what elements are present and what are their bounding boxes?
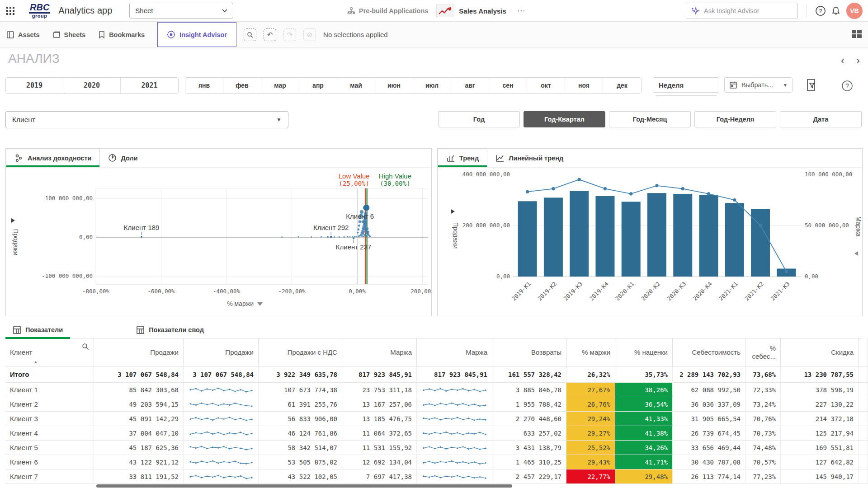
cell-cost[interactable]: 30 430 787,08 — [673, 455, 745, 469]
redo-selection-icon[interactable]: ↷ — [283, 28, 296, 41]
cell-sales_vat[interactable]: 46 124 761,86 — [259, 426, 342, 441]
cell-cost_pct[interactable]: 73,24% — [745, 397, 781, 412]
table-row-5[interactable]: Клиент 545 187 625,3658 342 514,0711 531… — [5, 441, 863, 455]
sheet-layout-grid-icon[interactable] — [851, 28, 863, 42]
cell-returns[interactable]: 3 431 138,79 — [492, 441, 566, 455]
cell-returns[interactable]: 2 457 229,17 — [492, 469, 566, 484]
week-filter-listbox[interactable]: Неделя — [653, 77, 719, 93]
tab-trend[interactable]: Тренд — [438, 149, 487, 167]
trend-combo-chart[interactable]: 400 000 000,00200 000 000,000,00100 000 … — [438, 168, 862, 316]
cell-discount[interactable]: 169 551,81 — [781, 441, 859, 455]
next-sheet-button[interactable]: › — [856, 55, 860, 66]
app-grid-menu-icon[interactable] — [0, 0, 21, 22]
help-icon[interactable]: ? — [813, 3, 828, 19]
sheet-selector[interactable]: Sheet — [129, 3, 233, 19]
cell-markup_pct[interactable]: 34,26% — [615, 441, 673, 455]
cell-client[interactable]: Клиент 7 — [5, 469, 94, 484]
cell-markup_pct[interactable]: 41,38% — [615, 426, 673, 441]
filter-pane-icon[interactable] — [806, 79, 816, 93]
cell-returns[interactable]: 1 465 310,25 — [492, 455, 566, 469]
cell-sales[interactable]: 49 203 594,15 — [94, 397, 184, 412]
cell-client[interactable]: Клиент 1 — [5, 383, 94, 397]
column-header-margin_pct[interactable]: % маржи — [566, 338, 615, 366]
cell-margin[interactable]: 23 753 311,18 — [342, 383, 417, 397]
column-header-sales_spark[interactable]: Продажи — [184, 338, 259, 366]
cell-markup_pct[interactable]: 41,71% — [615, 455, 673, 469]
tab-profit-analysis[interactable]: Анализ доходности — [6, 149, 100, 167]
cell-margin_spark[interactable] — [417, 469, 492, 484]
cell-client[interactable]: Клиент 5 — [5, 441, 94, 455]
cell-sales[interactable]: 37 804 047,10 — [94, 426, 184, 441]
cell-sales[interactable]: 33 811 191,52 — [94, 469, 184, 484]
table-row-3[interactable]: Клиент 345 091 142,2956 833 906,0013 185… — [5, 412, 863, 426]
cell-margin_pct[interactable]: 29,43% — [566, 455, 615, 469]
cell-returns[interactable]: 633 257,02 — [492, 426, 566, 441]
cell-extra[interactable] — [859, 455, 868, 469]
cell-margin[interactable]: 11 531 155,92 — [342, 441, 417, 455]
filter-month-7[interactable]: июл — [413, 78, 451, 93]
cell-margin_pct[interactable]: 29,27% — [566, 426, 615, 441]
granularity-button-1[interactable]: Год — [438, 111, 520, 127]
column-header-cost_pct[interactable]: % себес... — [745, 338, 781, 366]
cell-sales[interactable]: 43 122 921,12 — [94, 455, 184, 469]
filter-month-8[interactable]: авг — [451, 78, 489, 93]
cell-sales_vat[interactable]: 58 342 514,07 — [259, 441, 342, 455]
cell-cost[interactable]: 31 905 665,54 — [673, 412, 745, 426]
cell-cost_pct[interactable]: 70,57% — [745, 455, 781, 469]
cell-discount[interactable]: 214 372,18 — [781, 412, 859, 426]
insight-advisor-button[interactable]: Insight Advisor — [157, 22, 236, 47]
notifications-bell-icon[interactable] — [828, 3, 844, 19]
granularity-button-5[interactable]: Дата — [780, 111, 862, 127]
sheet-help-icon[interactable]: ? — [841, 80, 854, 94]
column-header-margin_spark[interactable]: Маржа — [417, 338, 492, 366]
cell-margin_spark[interactable] — [417, 397, 492, 412]
cell-sales_vat[interactable]: 61 391 255,76 — [259, 397, 342, 412]
cell-sales_vat[interactable]: 53 505 875,02 — [259, 455, 342, 469]
column-header-markup_pct[interactable]: % наценки — [615, 338, 673, 366]
cell-sales_vat[interactable]: 107 673 774,38 — [259, 383, 342, 397]
filter-month-2[interactable]: фев — [223, 78, 261, 93]
table-row-6[interactable]: Клиент 643 122 921,1253 505 875,0212 692… — [5, 455, 863, 469]
filter-month-4[interactable]: апр — [299, 78, 337, 93]
tab-indicators[interactable]: Показатели — [5, 322, 70, 338]
cell-discount[interactable]: 127 642,82 — [781, 455, 859, 469]
cell-sales_spark[interactable] — [184, 455, 259, 469]
sheets-button[interactable]: Sheets — [46, 22, 92, 47]
cell-client[interactable]: Клиент 3 — [5, 412, 94, 426]
date-picker-dropdown[interactable]: Выбрать... ▼ — [724, 77, 793, 93]
cell-cost[interactable]: 62 088 992,50 — [673, 383, 745, 397]
cell-sales_vat[interactable]: 43 522 102,05 — [259, 469, 342, 484]
cell-margin_pct[interactable]: 29,24% — [566, 412, 615, 426]
cell-margin[interactable]: 11 064 372,65 — [342, 426, 417, 441]
table-row-1[interactable]: Клиент 185 842 303,68107 673 774,3823 75… — [5, 383, 863, 397]
filter-month-5[interactable]: май — [337, 78, 375, 93]
more-menu-icon[interactable]: ⋯ — [514, 6, 529, 16]
cell-margin[interactable]: 7 697 417,38 — [342, 469, 417, 484]
cell-extra[interactable] — [859, 412, 868, 426]
table-horizontal-scrollbar[interactable] — [96, 484, 512, 488]
tab-linear-trend[interactable]: Линейный тренд — [487, 149, 571, 167]
undo-selection-icon[interactable]: ↶ — [264, 28, 276, 41]
cell-sales_vat[interactable]: 56 833 906,00 — [259, 412, 342, 426]
smart-search-selections-icon[interactable] — [244, 28, 256, 41]
clear-selections-icon[interactable]: ⊘ — [303, 28, 316, 41]
filter-month-12[interactable]: дек — [603, 78, 641, 93]
cell-margin_spark[interactable] — [417, 412, 492, 426]
cell-cost_pct[interactable]: 74,48% — [745, 441, 781, 455]
tab-indicators-summary[interactable]: Показатели свод — [129, 322, 211, 338]
cell-extra[interactable] — [859, 397, 868, 412]
cell-extra[interactable] — [859, 426, 868, 441]
cell-sales_spark[interactable] — [184, 383, 259, 397]
filter-month-1[interactable]: янв — [185, 78, 223, 93]
cell-discount[interactable]: 227 130,22 — [781, 397, 859, 412]
cell-sales[interactable]: 85 842 303,68 — [94, 383, 184, 397]
cell-extra[interactable] — [859, 469, 868, 484]
client-dropdown[interactable]: Клиент ▼ — [5, 111, 288, 128]
table-row-2[interactable]: Клиент 249 203 594,1561 391 255,7613 167… — [5, 397, 863, 412]
cell-sales_spark[interactable] — [184, 469, 259, 484]
cell-cost_pct[interactable]: 72,33% — [745, 383, 781, 397]
granularity-button-3[interactable]: Год-Месяц — [609, 111, 691, 127]
granularity-button-4[interactable]: Год-Неделя — [694, 111, 776, 127]
cell-margin[interactable]: 13 185 476,75 — [342, 412, 417, 426]
cell-markup_pct[interactable]: 38,26% — [615, 383, 673, 397]
